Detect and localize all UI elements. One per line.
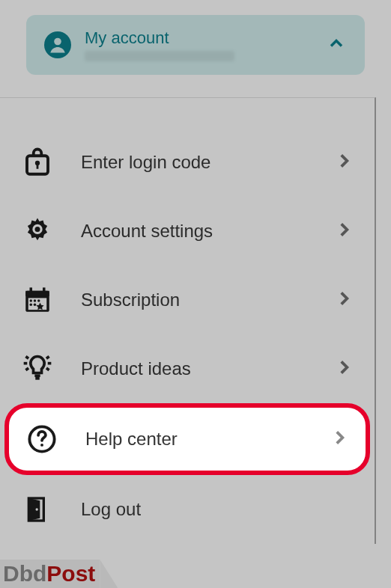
svg-point-28: [36, 508, 38, 510]
svg-point-15: [30, 303, 33, 306]
svg-point-13: [34, 299, 37, 302]
menu-label: Log out: [81, 499, 354, 520]
logout-door-icon: [21, 493, 54, 526]
watermark-part2: Post: [46, 561, 95, 586]
menu-item-subscription[interactable]: Subscription: [0, 266, 375, 334]
svg-line-21: [25, 357, 28, 359]
menu-item-help-center[interactable]: Help center: [4, 403, 370, 475]
svg-rect-10: [43, 287, 46, 293]
chevron-right-icon: [330, 428, 349, 450]
menu-item-account-settings[interactable]: Account settings: [0, 197, 375, 266]
lightbulb-icon: [21, 352, 54, 385]
svg-rect-8: [25, 291, 49, 296]
svg-point-6: [35, 227, 40, 232]
chevron-right-icon: [334, 358, 354, 380]
chevron-up-icon[interactable]: [326, 33, 347, 57]
svg-point-1: [54, 38, 61, 46]
calendar-star-icon: [21, 284, 54, 316]
svg-rect-9: [30, 287, 33, 293]
chevron-right-icon: [334, 151, 354, 174]
menu-item-product-ideas[interactable]: Product ideas: [0, 334, 375, 403]
svg-point-16: [34, 303, 37, 306]
menu-label: Product ideas: [81, 358, 307, 379]
account-avatar-icon: [44, 31, 71, 58]
svg-rect-4: [37, 164, 39, 169]
menu-item-enter-login-code[interactable]: Enter login code: [0, 128, 375, 197]
menu-label: Subscription: [81, 290, 307, 310]
account-card[interactable]: My account: [26, 15, 365, 75]
lock-bag-icon: [21, 146, 54, 179]
menu-label: Account settings: [81, 221, 307, 242]
svg-point-14: [37, 299, 40, 302]
gear-icon: [21, 215, 54, 248]
svg-line-23: [25, 368, 28, 370]
account-email-redacted: [85, 51, 234, 61]
menu-label: Help center: [85, 429, 303, 450]
account-title: My account: [85, 28, 312, 48]
question-circle-icon: [25, 423, 58, 456]
chevron-right-icon: [334, 289, 354, 311]
svg-line-24: [46, 368, 49, 370]
account-menu: Enter login code Account settings: [0, 97, 376, 544]
svg-point-26: [40, 444, 43, 447]
watermark: DbdPost: [0, 560, 100, 588]
watermark-part1: Dbd: [3, 561, 46, 586]
account-text: My account: [85, 28, 312, 61]
svg-line-22: [46, 357, 49, 359]
chevron-right-icon: [334, 220, 354, 242]
menu-item-log-out[interactable]: Log out: [0, 475, 375, 544]
menu-label: Enter login code: [81, 152, 307, 173]
svg-point-12: [30, 299, 33, 302]
